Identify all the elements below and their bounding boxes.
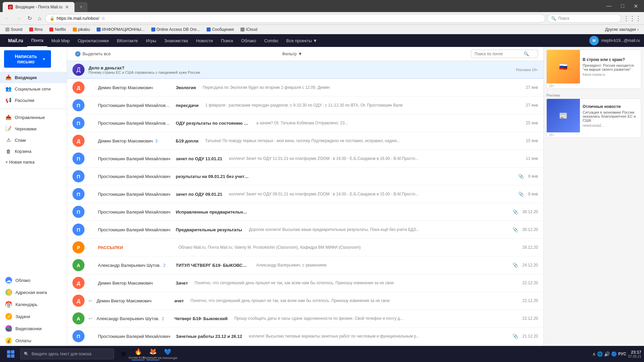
sidebar-bottom-tasks[interactable]: ✓ Задачи (0, 310, 67, 322)
email-row[interactable]: П Простокишин Валерий Михайлович результ… (67, 168, 543, 185)
nav-item-dating[interactable]: Знакомства (160, 34, 192, 47)
email-row[interactable]: П Простокишин Валерий Михайлович 3 ОДУ р… (67, 114, 543, 132)
extensions-icon[interactable]: ⋮⋮⋮ (623, 15, 641, 22)
email-row[interactable]: Д ↩ Демин Виктор Максимович ачет Понятно… (67, 292, 543, 310)
sidebar-item-new-folder[interactable]: + Новая папка (0, 157, 67, 167)
email-row[interactable]: Р РАССЫЛКИ Облако Mail.ru, Почта Mail.ru… (67, 239, 543, 256)
bookmark-sound[interactable]: Sound (3, 26, 25, 33)
compose-label: Написать письмо (9, 54, 42, 64)
sidebar-item-spam[interactable]: ⚠ Спам (0, 134, 67, 146)
ad-banner[interactable]: Д Дело в деньгах? Почему страны ЕС и США… (67, 61, 543, 79)
taskbar-search[interactable]: 🔍 Введите здесь текст для поиска (20, 349, 114, 359)
tray-expand-icon[interactable]: ∧ (592, 351, 596, 357)
sidebar-item-trash[interactable]: 🗑 Корзина (0, 146, 67, 157)
user-avatar[interactable]: М (589, 36, 599, 45)
nav-item-news[interactable]: Новости (192, 34, 217, 47)
taskbar-time[interactable]: 23:17 07.05.21 (628, 350, 641, 358)
trash-icon: 🗑 (5, 148, 11, 154)
bookmark-messages[interactable]: Сообщения (204, 26, 236, 33)
mailru-logo[interactable]: Mail.ru (4, 38, 27, 43)
sidebar-bottom-contacts[interactable]: 📒 Адресная книга (0, 286, 67, 298)
email-row[interactable]: П Простокишин Валерий Михайлович Зачетны… (67, 327, 543, 345)
filter-label: Фильтр (282, 51, 297, 56)
bookmark-sound-label: Sound (11, 27, 22, 32)
filter-button[interactable]: Фильтр ▼ (279, 50, 305, 58)
email-preview: Облако Mail.ru, Почта Mail.ru, Valeriy M… (178, 245, 518, 250)
email-row[interactable]: П Простокишин Валерий Михайлович Предвар… (67, 221, 543, 239)
nav-item-combo[interactable]: Combo (260, 34, 282, 47)
bookmark-icloud-label: iCloud (246, 27, 257, 32)
sidebar-item-inbox[interactable]: 📥 Входящие (0, 72, 67, 83)
email-date: 9 янв (528, 174, 538, 179)
email-preview: Прошу сообщить даты и часы сдачи задолже… (234, 316, 518, 321)
nav-item-mail[interactable]: Почта (27, 34, 47, 47)
sidebar-item-drafts[interactable]: 📝 Черновики (0, 123, 67, 134)
email-row[interactable]: П Простокишин Валерий Михайлович 2 перес… (67, 97, 543, 114)
nav-item-games[interactable]: Игры (142, 34, 160, 47)
email-row[interactable]: Д Демин Виктор Максимович Экология Перес… (67, 79, 543, 97)
email-sender: Демин Виктор Максимович (98, 281, 172, 286)
active-tab[interactable]: @ Входящие - Почта Mail.ru ✕ (3, 2, 74, 12)
email-sender: Простокишин Валерий Михайлович 2 (98, 103, 172, 108)
minimize-button[interactable]: — (603, 2, 615, 10)
bookmark-access[interactable]: Online Access DB Ore... (149, 26, 203, 33)
sidebar-item-newsletters[interactable]: 📢 Рассылки (0, 95, 67, 106)
address-bar[interactable]: 🔒 https://e.mail.ru/inbox/ ☆ (45, 14, 545, 23)
email-row[interactable]: А ↩ Александр Валерьевич Шутов. 2 Четвер… (67, 310, 543, 327)
bookmark-access-label: Online Access DB Ore... (157, 27, 200, 32)
nav-item-ok[interactable]: Одноклассники (74, 34, 113, 47)
sidebar-item-social[interactable]: 👥 Социальные сети (0, 83, 67, 95)
sidebar-bottom-payments[interactable]: 💰 Оплаты (0, 335, 67, 347)
browser-search-bar[interactable]: 🔍 Поиск (547, 14, 621, 23)
refresh-button[interactable]: ↻ (25, 14, 34, 23)
forward-button[interactable]: → (14, 14, 23, 23)
sidebar-bottom-video[interactable]: 📹 Видеозвонки (0, 322, 67, 335)
filter-dropdown-icon: ▼ (298, 51, 302, 56)
bookmark-films[interactable]: films (26, 26, 46, 33)
email-row[interactable]: Д Демин Виктор Максимович Зачет Понятно,… (67, 274, 543, 292)
ad-card-2[interactable]: 📰 Отличные новости Ситуация в экономике … (546, 99, 641, 138)
bookmark-netflix[interactable]: Netflix (47, 26, 68, 33)
security-icon: 🔒 (50, 16, 55, 21)
right-sidebar: 🇷🇺 В строю или с краю? Президент: Россия… (543, 47, 644, 362)
back-button[interactable]: ← (3, 14, 12, 23)
nav-item-vk[interactable]: ВКонтакте (113, 34, 142, 47)
email-search-input[interactable] (475, 52, 522, 56)
bookmark-icloud[interactable]: iCloud (238, 26, 260, 33)
volume-icon[interactable]: 🔊 (604, 351, 610, 357)
select-all-button[interactable]: ✓ Выделить все (72, 50, 113, 58)
tab-close-button[interactable]: ✕ (65, 4, 69, 10)
email-row[interactable]: П Простокишин Валерий Михайлович зачет п… (67, 185, 543, 203)
network-icon[interactable]: 🌐 (597, 351, 603, 357)
email-row[interactable]: П Простокишин Валерий Михайлович зачет п… (67, 150, 543, 168)
nav-item-myworld[interactable]: Мой Мир (47, 34, 73, 47)
sidebar-bottom-cloud[interactable]: ☁ Облако (0, 274, 67, 286)
bookmark-icon[interactable]: ☆ (101, 16, 105, 21)
email-row[interactable]: Д Демин Виктор Максимович 3 Б19 допли Та… (67, 132, 543, 150)
bluetooth-icon[interactable]: 🔵 (611, 351, 617, 357)
email-row[interactable]: П Простокишин Валерий Михайлович Исправл… (67, 203, 543, 221)
email-row[interactable]: А Александр Валерьевич Шутов. 2 ТИТУЛ ЧЕ… (67, 256, 543, 274)
nav-item-all[interactable]: Все проекты ▼ (282, 34, 321, 47)
email-avatar: Д (72, 135, 85, 147)
ad-card-1-source: future-russia.ru (583, 73, 638, 76)
new-tab-button[interactable]: + (74, 2, 88, 12)
nav-item-cloud[interactable]: Облако (237, 34, 260, 47)
maximize-button[interactable]: □ (618, 2, 628, 10)
start-button[interactable] (3, 348, 19, 360)
sidebar-bottom-calendar[interactable]: 📅 Календарь (0, 298, 67, 310)
sidebar-item-sent[interactable]: 📤 Отправленные (0, 112, 67, 123)
email-avatar: А (72, 312, 85, 324)
taskbar-item-vk[interactable]: 💙 VK Messenger (161, 348, 174, 360)
compose-button[interactable]: Написать письмо ▼ (4, 50, 51, 68)
taskbar-task-view[interactable]: ⊞ (117, 348, 130, 360)
home-button[interactable]: ⌂ (36, 14, 43, 23)
email-preview: Александр Валерьевич, с уважением. (256, 263, 508, 267)
email-search-bar[interactable]: 🔍 (471, 50, 538, 58)
bookmark-info[interactable]: ИНФОРМАЦИОННЫ... (94, 26, 147, 33)
bookmark-pikabu[interactable]: pikabu (70, 26, 93, 33)
other-bookmarks[interactable]: Другие закладки › (602, 26, 641, 33)
close-button[interactable]: ✕ (630, 2, 641, 10)
nav-item-search[interactable]: Поиск (217, 34, 237, 47)
ad-card-1[interactable]: 🇷🇺 В строю или с краю? Президент: Россия… (546, 50, 641, 89)
